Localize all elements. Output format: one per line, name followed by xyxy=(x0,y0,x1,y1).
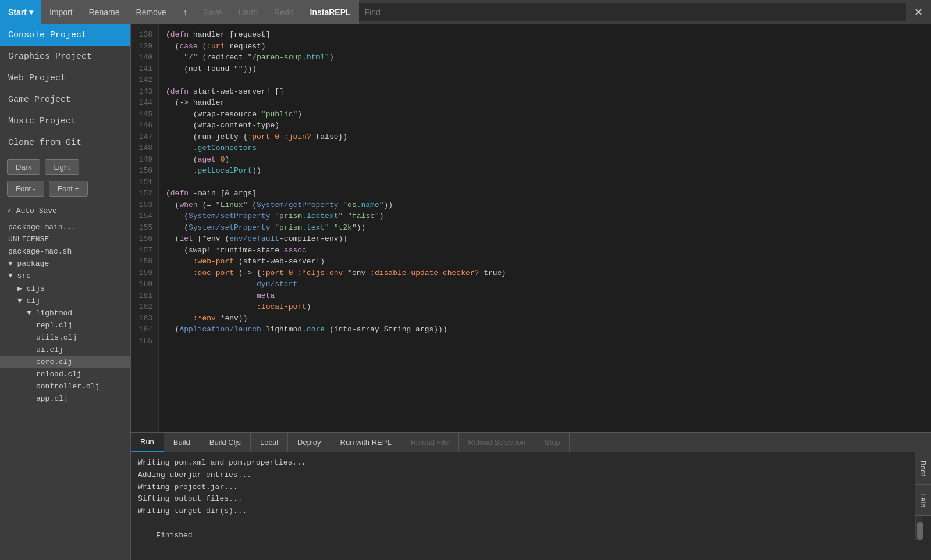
line-number: 142 xyxy=(131,74,158,86)
save-button[interactable]: Save xyxy=(196,0,230,24)
code-line: (when (= "Linux" (System/getProperty "os… xyxy=(166,199,924,211)
bottom-tab-reload-selection: Reload Selection xyxy=(459,433,535,452)
line-number: 156 xyxy=(131,233,158,245)
tree-item---cljs[interactable]: ▶ cljs xyxy=(0,282,130,295)
line-number: 144 xyxy=(131,97,158,109)
up-button[interactable]: ↑ xyxy=(175,0,196,24)
code-line: .getLocalPort)) xyxy=(166,165,924,177)
import-button[interactable]: Import xyxy=(41,0,81,24)
start-button[interactable]: Start ▾ xyxy=(0,0,41,24)
line-number: 140 xyxy=(131,52,158,63)
line-number: 155 xyxy=(131,222,158,234)
sidebar-item-clone[interactable]: Clone from Git xyxy=(0,132,130,154)
sidebar-item-console[interactable]: Console Project xyxy=(0,24,130,46)
line-numbers: 1381391401411421431441451461471481491501… xyxy=(131,24,159,432)
output-line: Writing project.jar... xyxy=(138,481,908,494)
tree-item-repl-clj[interactable]: repl.clj xyxy=(0,319,130,331)
code-line: dyn/start xyxy=(166,279,924,290)
line-number: 163 xyxy=(131,313,158,324)
tree-item-reload-clj[interactable]: reload.clj xyxy=(0,368,130,380)
bottom-panel: RunBuildBuild CljsLocalDeployRun with RE… xyxy=(131,432,931,560)
sidebar-item-label: Music Project xyxy=(8,116,76,126)
tree-item-core-clj[interactable]: core.clj xyxy=(0,356,130,368)
undo-button[interactable]: Undo xyxy=(230,0,266,24)
find-input[interactable] xyxy=(359,3,906,21)
light-theme-button[interactable]: Light xyxy=(45,159,79,175)
bottom-tab-run[interactable]: Run xyxy=(131,433,164,452)
dark-theme-button[interactable]: Dark xyxy=(7,159,40,175)
code-line: (-> handler xyxy=(166,97,924,109)
line-number: 162 xyxy=(131,301,158,313)
sidebar-item-game[interactable]: Game Project xyxy=(0,89,130,110)
tree-item-package-mac-sh[interactable]: package-mac.sh xyxy=(0,245,130,258)
line-number: 150 xyxy=(131,165,158,177)
close-button[interactable]: ✕ xyxy=(906,0,931,24)
side-buttons: Boot Lein xyxy=(915,452,931,560)
bottom-tab-stop: Stop xyxy=(535,433,570,452)
tree-item-unlicense[interactable]: UNLICENSE xyxy=(0,233,130,245)
code-line: meta xyxy=(166,290,924,302)
line-number: 138 xyxy=(131,29,158,41)
line-number: 139 xyxy=(131,41,158,52)
line-number: 148 xyxy=(131,142,158,154)
output-line xyxy=(138,518,908,530)
code-line: (aget 0) xyxy=(166,154,924,166)
line-number: 143 xyxy=(131,86,158,98)
code-editor[interactable]: 1381391401411421431441451461471481491501… xyxy=(131,24,931,432)
code-line xyxy=(166,336,924,347)
sidebar-item-label: Game Project xyxy=(8,95,71,105)
instarepl-button[interactable]: InstaREPL xyxy=(302,0,359,24)
scrollbar[interactable] xyxy=(915,516,923,539)
lein-button[interactable]: Lein xyxy=(915,485,931,516)
code-content[interactable]: (defn handler [request] (case (:uri requ… xyxy=(159,24,931,432)
tree-item-utils-clj[interactable]: utils.clj xyxy=(0,331,130,344)
sidebar-item-label: Web Project xyxy=(8,73,66,83)
code-line: (Application/launch lightmod.core (into-… xyxy=(166,324,924,336)
line-number: 149 xyxy=(131,154,158,166)
autosave-indicator: ✓ Auto Save xyxy=(0,202,130,219)
output-line: Sifting output files... xyxy=(138,493,908,505)
line-number: 158 xyxy=(131,256,158,267)
line-number: 161 xyxy=(131,290,158,302)
sidebar-item-label: Graphics Project xyxy=(8,52,92,62)
tree-item-ui-clj[interactable]: ui.clj xyxy=(0,344,130,356)
bottom-tab-deploy[interactable]: Deploy xyxy=(288,433,331,452)
tree-item-package-main---[interactable]: package-main... xyxy=(0,221,130,233)
tree-item---src[interactable]: ▼ src xyxy=(0,270,130,282)
boot-button[interactable]: Boot xyxy=(915,452,931,485)
line-number: 154 xyxy=(131,211,158,222)
tree-item-controller-clj[interactable]: controller.clj xyxy=(0,380,130,393)
bottom-tab-build[interactable]: Build xyxy=(164,433,200,452)
code-line: (not-found ""))) xyxy=(166,63,924,75)
main-content: Console Project Graphics Project Web Pro… xyxy=(0,24,931,560)
code-line: (System/setProperty "prism.lcdtext" "fal… xyxy=(166,211,924,222)
tree-item---clj[interactable]: ▼ clj xyxy=(0,295,130,307)
code-line: (run-jetty {:port 0 :join? false}) xyxy=(166,131,924,143)
output-line: Adding uberjar entries... xyxy=(138,469,908,481)
bottom-tab-local[interactable]: Local xyxy=(251,433,288,452)
bottom-tab-reload-file: Reload File xyxy=(401,433,459,452)
tree-item---package[interactable]: ▼ package xyxy=(0,258,130,270)
bottom-tab-run-with-repl[interactable]: Run with REPL xyxy=(331,433,401,452)
line-number: 157 xyxy=(131,245,158,256)
redo-button[interactable]: Redo xyxy=(266,0,301,24)
code-line: (let [*env (env/default-compiler-env)] xyxy=(166,233,924,245)
sidebar-item-graphics[interactable]: Graphics Project xyxy=(0,46,130,67)
remove-button[interactable]: Remove xyxy=(128,0,175,24)
code-line: :*env *env)) xyxy=(166,313,924,324)
code-line: "/" (redirect "/paren-soup.html") xyxy=(166,52,924,63)
tree-item-app-clj[interactable]: app.clj xyxy=(0,393,130,405)
font-plus-button[interactable]: Font + xyxy=(49,181,88,197)
sidebar-item-web[interactable]: Web Project xyxy=(0,67,130,89)
tree-item---lightmod[interactable]: ▼ lightmod xyxy=(0,307,130,319)
sidebar-item-music[interactable]: Music Project xyxy=(0,110,130,132)
sidebar-item-label: Clone from Git xyxy=(8,138,81,148)
bottom-tabs: RunBuildBuild CljsLocalDeployRun with RE… xyxy=(131,433,931,452)
font-minus-button[interactable]: Font - xyxy=(7,181,44,197)
rename-button[interactable]: Rename xyxy=(81,0,128,24)
bottom-tab-build-cljs[interactable]: Build Cljs xyxy=(200,433,251,452)
code-line: .getConnectors xyxy=(166,142,924,154)
line-number: 151 xyxy=(131,177,158,188)
scrollbar-thumb xyxy=(917,522,923,540)
start-label: Start xyxy=(8,8,27,17)
